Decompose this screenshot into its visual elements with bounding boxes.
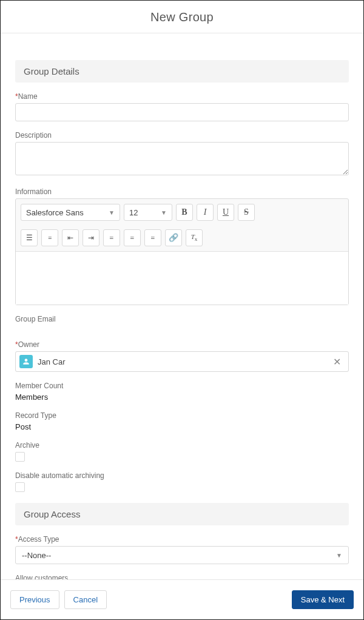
member-count-value: Members: [15, 393, 349, 402]
description-label: Description: [15, 131, 349, 140]
record-type-label: Record Type: [15, 411, 349, 420]
underline-icon: U: [223, 207, 229, 217]
clear-format-button[interactable]: Tx: [186, 229, 203, 246]
field-member-count: Member Count Members: [15, 382, 349, 402]
owner-lookup[interactable]: Jan Car ✕: [15, 351, 349, 372]
name-label: *Name: [15, 92, 349, 101]
field-archive: Archive: [15, 441, 349, 462]
chevron-down-icon: ▼: [336, 552, 342, 559]
section-group-access: Group Access: [15, 503, 349, 525]
indent-button[interactable]: ⇥: [83, 229, 99, 246]
italic-icon: I: [204, 207, 207, 217]
disable-auto-archive-checkbox[interactable]: [15, 482, 25, 492]
person-icon: [22, 357, 30, 366]
underline-button[interactable]: U: [217, 204, 234, 221]
field-record-type: Record Type Post: [15, 411, 349, 431]
access-type-select[interactable]: --None-- ▼: [15, 546, 349, 564]
align-center-button[interactable]: ≡: [124, 229, 141, 246]
clear-owner-button[interactable]: ✕: [329, 356, 345, 368]
description-textarea[interactable]: [15, 142, 349, 175]
chevron-down-icon: ▼: [109, 209, 115, 216]
previous-button[interactable]: Previous: [10, 590, 59, 609]
rte-toolbar-row2: ☰ ≡ ⇤ ⇥ ≡ ≡ ≡ 🔗 Tx: [16, 229, 348, 251]
archive-checkbox[interactable]: [15, 452, 25, 462]
allow-customers-label: Allow customers: [15, 574, 349, 579]
cancel-button[interactable]: Cancel: [64, 590, 107, 609]
indent-icon: ⇥: [88, 234, 94, 243]
owner-label: *Owner: [15, 340, 349, 349]
bold-icon: B: [181, 207, 187, 217]
form-content: Group Details *Name Description Informat…: [1, 60, 363, 579]
italic-button[interactable]: I: [197, 204, 214, 221]
group-email-label: Group Email: [15, 315, 349, 323]
link-icon: 🔗: [169, 233, 178, 243]
bullet-list-icon: ☰: [26, 234, 33, 243]
form-scroll-area[interactable]: Group Details *Name Description Informat…: [1, 43, 363, 579]
divider: [1, 33, 363, 33]
align-right-button[interactable]: ≡: [144, 229, 161, 246]
align-left-button[interactable]: ≡: [103, 229, 120, 246]
owner-value: Jan Car: [38, 357, 325, 366]
rte-toolbar: Salesforce Sans ▼ 12 ▼ B I U S: [16, 199, 348, 226]
numbered-list-icon: ≡: [48, 234, 52, 241]
font-select-value: Salesforce Sans: [26, 208, 84, 217]
bullet-list-button[interactable]: ☰: [21, 229, 38, 246]
section-group-details: Group Details: [15, 60, 349, 83]
numbered-list-button[interactable]: ≡: [41, 229, 58, 246]
link-button[interactable]: 🔗: [165, 229, 182, 246]
outdent-button[interactable]: ⇤: [62, 229, 79, 246]
field-information: Information Salesforce Sans ▼ 12 ▼ B I U…: [15, 187, 349, 305]
member-count-label: Member Count: [15, 382, 349, 390]
field-name: *Name: [15, 92, 349, 121]
align-left-icon: ≡: [110, 234, 114, 243]
modal-footer: Previous Cancel Save & Next: [1, 579, 363, 619]
align-center-icon: ≡: [130, 234, 135, 243]
field-disable-auto-archive: Disable automatic archiving: [15, 471, 349, 492]
disable-auto-archive-label: Disable automatic archiving: [15, 471, 349, 480]
font-size-select[interactable]: 12 ▼: [124, 204, 172, 221]
owner-label-text: Owner: [18, 340, 39, 349]
access-type-label: *Access Type: [15, 535, 349, 544]
access-type-value: --None--: [22, 551, 51, 560]
align-right-icon: ≡: [151, 234, 155, 243]
information-label: Information: [15, 187, 349, 196]
font-select[interactable]: Salesforce Sans ▼: [21, 204, 120, 221]
modal-title: New Group: [1, 1, 363, 33]
strikethrough-icon: S: [244, 207, 249, 217]
close-icon: ✕: [333, 357, 341, 367]
archive-label: Archive: [15, 441, 349, 450]
field-owner: *Owner Jan Car ✕: [15, 340, 349, 372]
field-access-type: *Access Type --None-- ▼: [15, 535, 349, 564]
bold-button[interactable]: B: [176, 204, 193, 221]
user-avatar-icon: [19, 355, 33, 368]
name-input[interactable]: [15, 103, 349, 121]
record-type-value: Post: [15, 422, 349, 431]
outdent-icon: ⇤: [67, 234, 73, 243]
clear-format-icon: Tx: [191, 233, 198, 242]
strikethrough-button[interactable]: S: [238, 204, 255, 221]
field-group-email: Group Email: [15, 315, 349, 323]
name-label-text: Name: [18, 92, 38, 101]
rte-editor[interactable]: [16, 251, 348, 305]
font-size-value: 12: [129, 208, 138, 217]
footer-left: Previous Cancel: [10, 590, 107, 609]
access-type-label-text: Access Type: [18, 535, 59, 544]
rte-container: Salesforce Sans ▼ 12 ▼ B I U S ☰ ≡ ⇤: [15, 198, 349, 305]
chevron-down-icon: ▼: [161, 209, 167, 216]
field-allow-customers: Allow customers: [15, 574, 349, 579]
save-next-button[interactable]: Save & Next: [292, 590, 354, 609]
field-description: Description: [15, 131, 349, 178]
